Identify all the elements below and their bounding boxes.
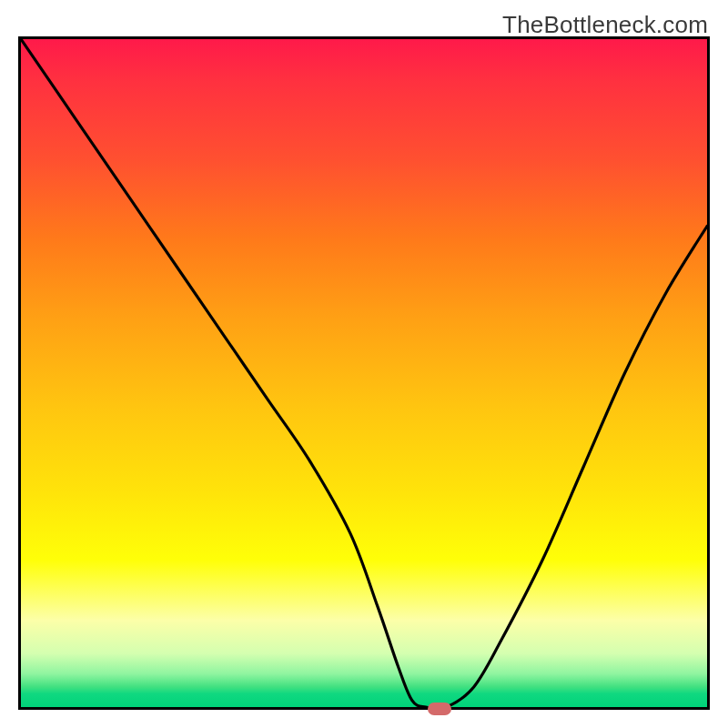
optimal-marker <box>428 703 451 715</box>
chart-container: TheBottleneck.com <box>0 0 728 728</box>
plot-area <box>18 36 710 710</box>
curve-layer <box>21 39 707 707</box>
bottleneck-curve <box>21 39 707 707</box>
watermark-text: TheBottleneck.com <box>502 11 708 39</box>
